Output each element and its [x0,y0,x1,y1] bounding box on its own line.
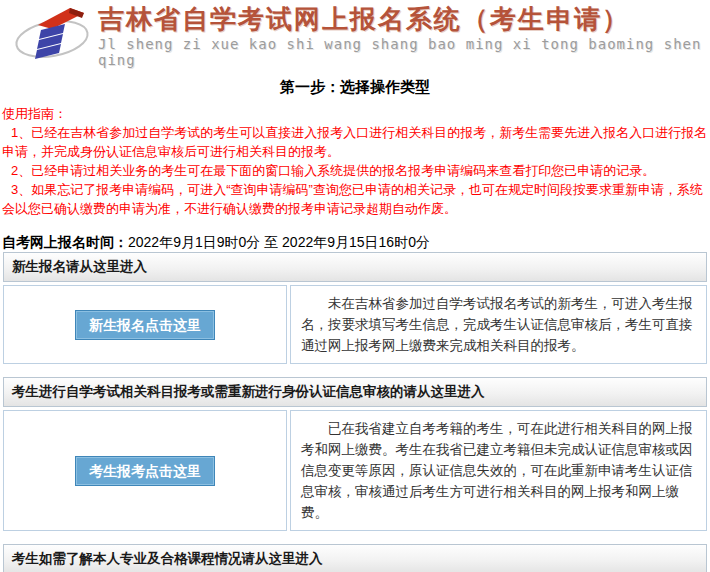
usage-guide-item-3: 3、如果忘记了报考申请编码，可进入“查询申请编码”查询您已申请的相关记录，也可在… [2,180,708,218]
app-title: 吉林省自学考试网上报名系统（考生申请） [98,4,710,34]
registration-time-label: 自考网上报名时间： [2,234,128,250]
usage-guide-item-2: 2、已经申请过相关业务的考生可在最下面的窗口输入系统提供的报名报考申请编码来查看… [2,161,708,180]
section-new-student-desc-cell: 未在吉林省参加过自学考试报名考试的新考生，可进入考生报名，按要求填写考生信息，完… [290,285,707,364]
section-new-student-header: 新生报名请从这里进入 [3,252,707,282]
section-new-student: 新生报名请从这里进入 新生报名点击这里 未在吉林省参加过自学考试报名考试的新考生… [3,252,707,364]
section-query: 考生如需了解本人专业及合格课程情况请从这里进入 考生专业缺科查询 考生可通过“考… [3,544,707,572]
section-exam-registration-description: 已在我省建立自考考籍的考生，可在此进行相关科目的网上报考和网上缴费。考生在我省已… [301,418,694,523]
section-exam-registration-header: 考生进行自学考试相关科目报考或需重新进行身份认证信息审核的请从这里进入 [3,377,707,407]
section-exam-registration: 考生进行自学考试相关科目报考或需重新进行身份认证信息审核的请从这里进入 考生报考… [3,377,707,531]
registration-time: 自考网上报名时间：2022年9月1日9时0分 至 2022年9月15日16时0分 [2,234,710,252]
candidate-register-button[interactable]: 考生报考点击这里 [75,456,215,486]
section-exam-registration-button-cell: 考生报考点击这里 [3,410,287,531]
app-logo-icon [12,4,94,62]
app-header: 吉林省自学考试网上报名系统（考生申请） Jl sheng zi xue kao … [0,0,710,62]
usage-guide: 使用指南： 1、已经在吉林省参加过自学考试的考生可以直接进入报考入口进行相关科目… [0,105,710,218]
new-student-register-button[interactable]: 新生报名点击这里 [75,310,215,340]
usage-guide-item-1: 1、已经在吉林省参加过自学考试的考生可以直接进入报考入口进行相关科目的报考，新考… [2,123,708,161]
usage-guide-heading: 使用指南： [2,105,708,123]
section-query-header: 考生如需了解本人专业及合格课程情况请从这里进入 [3,544,707,572]
step-title: 第一步：选择操作类型 [0,78,710,97]
section-new-student-button-cell: 新生报名点击这里 [3,285,287,364]
section-new-student-description: 未在吉林省参加过自学考试报名考试的新考生，可进入考生报名，按要求填写考生信息，完… [301,293,694,356]
registration-time-value: 2022年9月1日9时0分 至 2022年9月15日16时0分 [128,234,430,250]
app-subtitle: Jl sheng zi xue kao shi wang shang bao m… [98,36,710,68]
section-exam-registration-desc-cell: 已在我省建立自考考籍的考生，可在此进行相关科目的网上报考和网上缴费。考生在我省已… [290,410,707,531]
